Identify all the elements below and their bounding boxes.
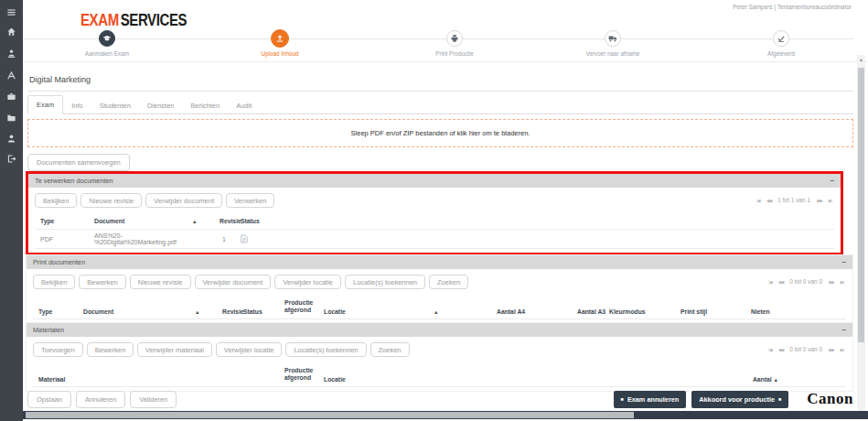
page-next-icon[interactable]: ▶▶ (817, 198, 822, 203)
folder-icon[interactable] (0, 110, 23, 124)
verwijder-locatie-button[interactable]: Verwijder locatie (216, 342, 283, 357)
graduation-cap-icon (99, 30, 115, 47)
collapse-icon[interactable]: − (830, 174, 834, 188)
sort-asc-icon[interactable]: ▲ (192, 219, 220, 224)
tab-diensten[interactable]: Diensten (139, 97, 183, 114)
step-vervoer-naar-afname[interactable]: Vervoer naar afname (558, 30, 668, 57)
col-type: Type (35, 218, 94, 224)
bekijken-button[interactable]: Bekijken (33, 275, 75, 289)
verwijder-document-button[interactable]: Verwijder document (145, 193, 222, 208)
step-aanmaken-exam[interactable]: Aanmaken Exam (52, 30, 162, 57)
vertical-scrollbar-thumb[interactable] (858, 68, 864, 342)
page-next-icon[interactable]: ▶▶ (829, 347, 834, 352)
page-first-icon[interactable]: |◀ (769, 279, 772, 285)
collapse-icon[interactable]: − (842, 255, 846, 269)
cell-type: PDF (35, 236, 94, 243)
col-aantal: Aantal ▲ (723, 376, 778, 383)
verwijder-locatie-button[interactable]: Verwijder locatie (274, 275, 341, 289)
print-table-header: Type Document ▲ Revisie Status Productie… (33, 296, 846, 319)
file-dropzone[interactable]: Sleep PDF en/of ZIP bestanden of klik hi… (27, 119, 853, 147)
briefcase-icon[interactable] (0, 89, 23, 103)
annuleren-button[interactable]: Annuleren (76, 391, 125, 408)
truck-icon (605, 30, 621, 47)
sidebar (0, 0, 23, 421)
tab-audit[interactable]: Audit (228, 97, 260, 114)
valideren-button[interactable]: Valideren (130, 391, 177, 408)
logout-icon[interactable] (0, 151, 23, 166)
scroll-up-icon[interactable]: ▲ (857, 57, 865, 62)
panel-processing-body: Bekijken Nieuwe revisie Verwijder docume… (28, 188, 841, 253)
zoeken-button[interactable]: Zoeken (370, 342, 410, 357)
page-first-icon[interactable]: |◀ (769, 347, 772, 352)
exam-annuleren-button[interactable]: ■ Exam annuleren (614, 391, 687, 408)
pagination-text: 0 tot 0 van 0 (789, 346, 822, 352)
document-status-icon[interactable] (241, 234, 834, 244)
toevoegen-button[interactable]: Toevoegen (33, 342, 83, 357)
tab-studenten[interactable]: Studenten (91, 97, 139, 114)
sort-asc-icon[interactable]: ▲ (195, 309, 222, 315)
nieuwe-revisie-button[interactable]: Nieuwe revisie (130, 275, 191, 289)
verwijder-materiaal-button[interactable]: Verwijder materiaal (137, 342, 212, 357)
panel-materials: Materialen − Toevoegen Bewerken Verwijde… (26, 322, 853, 392)
col-document: Document (94, 218, 192, 224)
sort-asc-icon[interactable]: ▲ (434, 309, 497, 315)
materials-toolbar: Toevoegen Bewerken Verwijder materiaal V… (33, 342, 846, 357)
opslaan-button[interactable]: Opslaan (27, 391, 71, 408)
merge-documents-button[interactable]: Documenten samenvoegen (27, 154, 130, 171)
cell-revisie: 1 (220, 236, 241, 243)
col-locatie: Locatie (324, 376, 723, 383)
panel-materials-title: Materialen (33, 326, 64, 334)
page-prev-icon[interactable]: ◀◀ (778, 347, 784, 352)
sort-asc-icon[interactable]: ▲ (774, 377, 778, 383)
cancel-square-icon: ■ (621, 396, 624, 402)
user-icon[interactable] (0, 131, 23, 146)
panel-materials-body: Toevoegen Bewerken Verwijder materiaal V… (27, 337, 852, 391)
zoeken-button[interactable]: Zoeken (429, 275, 468, 289)
menu-icon[interactable] (0, 5, 23, 19)
page-last-icon[interactable]: ▶| (829, 198, 831, 203)
bewerken-button[interactable]: Bewerken (79, 275, 125, 289)
footer-bar: Opslaan Annuleren Valideren ■ Exam annul… (27, 391, 853, 407)
verwerken-button[interactable]: Verwerken (226, 193, 274, 208)
book-icon[interactable] (0, 68, 23, 82)
col-productie-afgerond: Productie afgerond (284, 299, 324, 315)
tab-exam[interactable]: Exam (27, 95, 63, 114)
print-toolbar: Bekijken Bewerken Nieuwe revisie Verwijd… (33, 275, 846, 289)
panel-processing-title: Te verwerken documenten (35, 177, 113, 185)
student-icon[interactable] (0, 46, 23, 60)
panel-print-documents: Print documenten − Bekijken Bewerken Nie… (26, 254, 853, 324)
bewerken-button[interactable]: Bewerken (87, 342, 134, 357)
home-icon[interactable] (0, 24, 23, 38)
page-first-icon[interactable]: |◀ (757, 198, 760, 203)
collapse-icon[interactable]: − (842, 323, 846, 337)
col-productie-afgerond: Productie afgerond (284, 367, 324, 383)
locaties-toekennen-button[interactable]: Locatie(s) toekennen (285, 342, 366, 357)
step-afgeleverd[interactable]: Afgeleverd (726, 30, 836, 57)
document-row[interactable]: PDF ANS%20-%20Digital%20Marketing.pdf 1 (35, 229, 834, 249)
tab-info[interactable]: Info (63, 97, 91, 114)
materials-pagination: |◀ ◀◀ 0 tot 0 van 0 ▶▶ ▶| (769, 346, 844, 352)
panel-processing-documents: Te verwerken documenten − Bekijken Nieuw… (26, 171, 843, 255)
processing-pagination: |◀ ◀◀ 1 tot 1 van 1 ▶▶ ▶| (757, 197, 832, 203)
page-next-icon[interactable]: ▶▶ (829, 279, 834, 285)
page-last-icon[interactable]: ▶| (841, 347, 843, 352)
vertical-scrollbar: ▲ (857, 55, 865, 411)
col-materiaal: Materiaal (33, 376, 284, 383)
step-upload-inhoud[interactable]: Upload Inhoud (225, 30, 335, 57)
locaties-toekennen-button[interactable]: Locatie(s) toekennen (345, 275, 425, 289)
page-prev-icon[interactable]: ◀◀ (778, 279, 784, 285)
tab-berichten[interactable]: Berichten (183, 97, 229, 114)
printer-icon (446, 30, 463, 47)
nieuwe-revisie-button[interactable]: Nieuwe revisie (80, 193, 142, 208)
page-prev-icon[interactable]: ◀◀ (766, 198, 772, 203)
verwijder-document-button[interactable]: Verwijder document (195, 275, 272, 289)
bekijken-button[interactable]: Bekijken (35, 193, 77, 208)
page-last-icon[interactable]: ▶| (841, 279, 843, 285)
akkoord-voor-productie-button[interactable]: Akkoord voor productie ■ (691, 391, 788, 408)
col-status: Status (241, 218, 834, 224)
panel-print-body: Bekijken Bewerken Nieuwe revisie Verwijd… (27, 269, 852, 323)
step-print-productie[interactable]: Print Productie (400, 30, 509, 57)
col-print-stijl: Print stijl (680, 308, 751, 315)
horizontal-scrollbar-thumb[interactable] (26, 412, 634, 418)
col-nieten: Nieten (751, 308, 846, 315)
